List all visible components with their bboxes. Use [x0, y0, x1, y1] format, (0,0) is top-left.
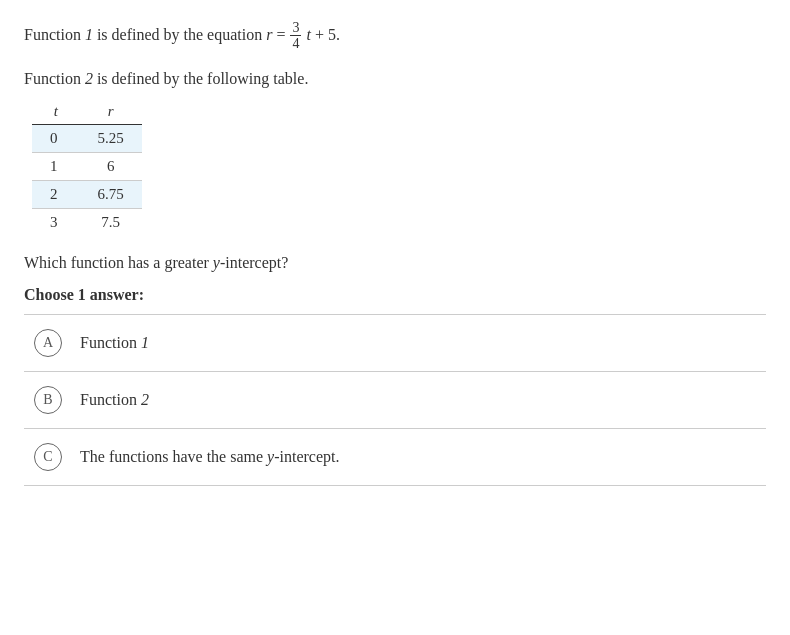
table-cell-t: 3 [32, 208, 80, 236]
numerator: 3 [290, 20, 301, 36]
option-c-y-italic: y [267, 448, 274, 465]
answers-container: A Function 1 B Function 2 C The function… [24, 314, 766, 486]
col-r-header: r [80, 98, 142, 125]
option-c[interactable]: C The functions have the same y-intercep… [24, 429, 766, 486]
option-a[interactable]: A Function 1 [24, 314, 766, 372]
table-cell-t: 2 [32, 180, 80, 208]
variable-t: t [306, 26, 310, 43]
option-b[interactable]: B Function 2 [24, 372, 766, 429]
choose-label: Choose 1 answer: [24, 286, 766, 304]
data-table: t r 05.251626.7537.5 [32, 98, 142, 236]
function2-intro: Function 2 is defined by the following t… [24, 70, 766, 88]
function1-equation: Function 1 is defined by the equation r … [24, 20, 766, 52]
variable-r: r [266, 26, 272, 43]
table-row: 37.5 [32, 208, 142, 236]
table-cell-t: 1 [32, 152, 80, 180]
option-b-text: Function 2 [80, 391, 149, 409]
table-row: 05.25 [32, 124, 142, 152]
col-t-header: t [32, 98, 80, 125]
function1-number: 1 [85, 26, 93, 43]
table-row: 16 [32, 152, 142, 180]
option-a-text: Function 1 [80, 334, 149, 352]
question-text: Which function has a greater y-intercept… [24, 254, 766, 272]
table-cell-r: 6 [80, 152, 142, 180]
option-c-text: The functions have the same y-intercept. [80, 448, 339, 466]
denominator: 4 [290, 36, 301, 51]
option-c-circle: C [34, 443, 62, 471]
option-a-circle: A [34, 329, 62, 357]
fraction: 3 4 [290, 20, 301, 52]
option-b-circle: B [34, 386, 62, 414]
y-italic: y [213, 254, 220, 271]
table-cell-r: 7.5 [80, 208, 142, 236]
function2-number: 2 [85, 70, 93, 87]
function2-section: Function 2 is defined by the following t… [24, 70, 766, 236]
table-cell-r: 6.75 [80, 180, 142, 208]
table-cell-t: 0 [32, 124, 80, 152]
table-row: 26.75 [32, 180, 142, 208]
table-cell-r: 5.25 [80, 124, 142, 152]
